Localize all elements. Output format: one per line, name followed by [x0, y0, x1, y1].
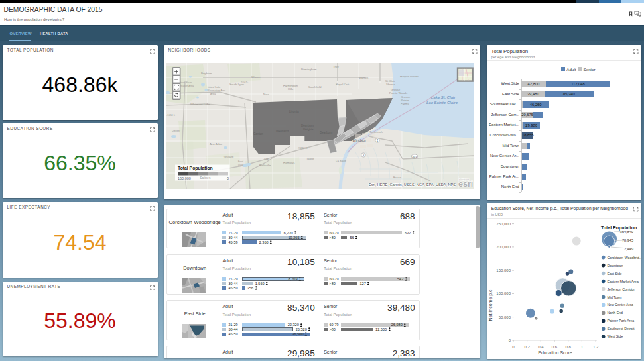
svg-text:0: 0: [512, 345, 515, 349]
svg-text:Hills: Hills: [288, 87, 294, 91]
svg-text:Net Income p.c.: Net Income p.c.: [488, 288, 493, 321]
svg-text:Lake: Lake: [238, 164, 243, 166]
svg-text:78,945: 78,945: [622, 238, 633, 242]
svg-text:150,000: 150,000: [496, 268, 511, 272]
svg-text:50,000: 50,000: [498, 315, 511, 319]
svg-text:West Side: West Side: [607, 335, 623, 338]
svg-text:0.8: 0.8: [565, 345, 571, 349]
svg-text:0.4: 0.4: [538, 345, 544, 349]
svg-text:Brighton: Brighton: [201, 72, 212, 75]
svg-text:Education Score: Education Score: [538, 350, 572, 355]
svg-text:160,000: 160,000: [178, 176, 191, 180]
svg-text:Troy: Troy: [333, 65, 339, 68]
svg-text:100,000: 100,000: [496, 291, 511, 295]
svg-text:Lake St. Clair: Lake St. Clair: [431, 95, 456, 99]
svg-text:La Salle: La Salle: [336, 159, 346, 162]
svg-text:Southwest Detroit: Southwest Detroit: [607, 327, 635, 331]
svg-text:Island Lake: Island Lake: [208, 86, 220, 89]
svg-text:Romulus: Romulus: [283, 161, 295, 164]
svg-text:Pointe Woods: Pointe Woods: [389, 91, 408, 95]
svg-text:Mid Town: Mid Town: [607, 295, 621, 299]
svg-text:Total Population: Total Population: [178, 166, 213, 171]
svg-text:970 R.: 970 R.: [241, 81, 248, 83]
svg-text:Royal Oak: Royal Oak: [336, 83, 350, 86]
svg-text:Whitmore Lake: Whitmore Lake: [190, 103, 210, 106]
svg-text:-1034 ft: -1034 ft: [166, 114, 176, 117]
svg-text:Wixom: Wixom: [251, 76, 261, 79]
svg-text:Livonia: Livonia: [289, 110, 299, 113]
svg-text:1: 1: [581, 345, 584, 349]
svg-text:Recreation Area: Recreation Area: [208, 89, 226, 92]
svg-text:Tecumseh: Tecumseh: [369, 130, 383, 134]
svg-text:0.6: 0.6: [552, 345, 558, 349]
svg-text:Salines: Salines: [200, 176, 211, 180]
svg-text:Harper Woods: Harper Woods: [400, 75, 419, 78]
svg-text:Westland: Westland: [276, 130, 289, 133]
svg-text:Ann Arbor: Ann Arbor: [210, 142, 223, 146]
svg-text:Dearborn: Dearborn: [320, 131, 333, 134]
svg-text:0.2: 0.2: [524, 345, 530, 349]
svg-text:Palmer Park Area: Palmer Park Area: [607, 319, 634, 323]
svg-text:401: 401: [413, 155, 418, 158]
svg-text:Lac Sainte-Claire: Lac Sainte-Claire: [426, 101, 458, 105]
svg-text:0: 0: [227, 176, 229, 180]
svg-text:Essex: Essex: [393, 176, 402, 179]
svg-text:New Center Area: New Center Area: [607, 303, 633, 307]
svg-text:Jefferson Corridor: Jefferson Corridor: [607, 287, 635, 291]
svg-text:Heights: Heights: [303, 128, 314, 131]
svg-text:Novi: Novi: [263, 93, 269, 96]
svg-text:200,000: 200,000: [496, 245, 511, 249]
svg-text:Dearborn: Dearborn: [301, 124, 314, 127]
svg-text:Southfield: Southfield: [308, 85, 322, 89]
svg-text:Canton: Canton: [253, 132, 263, 136]
svg-text:Birmingham: Birmingham: [301, 68, 317, 71]
svg-text:Eastern Market Area: Eastern Market Area: [607, 280, 638, 284]
svg-text:Corcktown-Woodbrid...: Corcktown-Woodbrid...: [607, 256, 641, 260]
svg-text:North End: North End: [607, 311, 622, 315]
svg-text:1.2: 1.2: [593, 345, 599, 349]
svg-text:Ford: Ford: [238, 160, 243, 163]
svg-text:Dexter: Dexter: [172, 129, 180, 132]
svg-text:Belleville: Belleville: [259, 164, 271, 167]
svg-text:Farms: Farms: [401, 102, 409, 105]
svg-text:Esri, HERE, Garmin, USGS, NGA,: Esri, HERE, Garmin, USGS, NGA, EPA, USDA…: [369, 183, 456, 187]
svg-text:Downtown: Downtown: [607, 264, 623, 268]
svg-text:-94E-: -94E-: [263, 158, 270, 161]
svg-text:2,449: 2,449: [624, 247, 633, 251]
svg-text:Taylor: Taylor: [306, 157, 314, 160]
svg-text:0: 0: [508, 338, 511, 342]
svg-text:Ypsilanti: Ypsilanti: [223, 155, 233, 158]
svg-text:250,000: 250,000: [496, 222, 511, 226]
svg-text:esri: esri: [458, 180, 473, 189]
svg-text:Windsor: Windsor: [352, 138, 366, 142]
svg-text:Shores: Shores: [386, 83, 396, 86]
svg-text:Area: Area: [210, 93, 216, 95]
svg-text:East Side: East Side: [607, 272, 621, 276]
svg-text:154,840: 154,840: [620, 230, 633, 234]
svg-text:-94W-94: -94W-94: [298, 147, 308, 150]
svg-text:Warren: Warren: [359, 76, 369, 79]
